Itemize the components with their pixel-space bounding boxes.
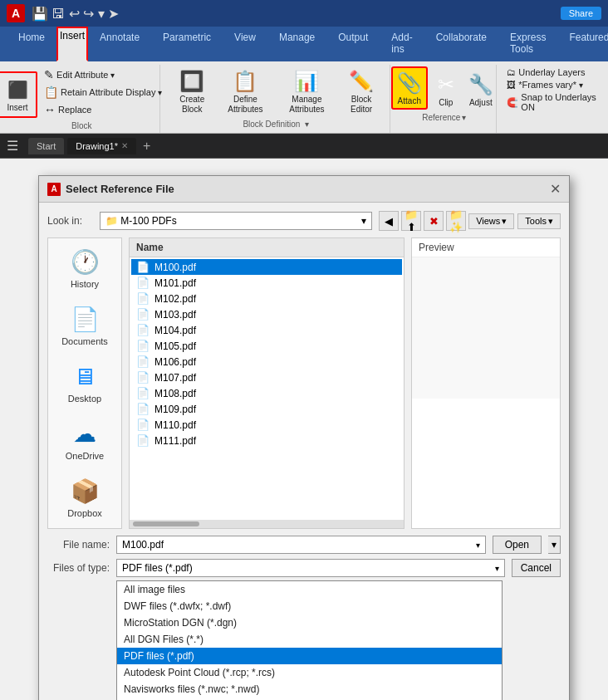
dialog-close-button[interactable]: ✕ (550, 181, 561, 197)
navigation-toolbar: ◀ 📁⬆ ✖ 📁✨ Views ▾ Tools ▾ (379, 211, 561, 231)
file-type-option[interactable]: Navisworks files (*.nwc; *.nwd) (117, 681, 502, 698)
select-reference-dialog: A Select Reference File ✕ Look in: 📁 M-1… (38, 175, 570, 700)
file-item[interactable]: 📄M100.pdf (131, 259, 402, 275)
documents-icon: 📄 (71, 306, 100, 333)
block-editor-icon: ✏️ (348, 68, 375, 95)
pdf-file-icon: 📄 (136, 277, 150, 289)
file-name-dropdown-arrow: ▾ (476, 541, 480, 550)
pdf-file-icon: 📄 (136, 387, 150, 399)
views-tools-area: Views ▾ Tools ▾ (468, 211, 561, 231)
history-label: History (71, 279, 99, 289)
dropbox-item[interactable]: 📦 Dropbox (51, 474, 118, 521)
file-name-input[interactable]: M100.pdf ▾ (116, 536, 486, 554)
file-type-option[interactable]: All image files (117, 581, 502, 598)
open-button[interactable]: Open (493, 536, 542, 554)
insert-button[interactable]: ⬛ Insert (1, 75, 34, 115)
desktop-icon: 🖥 (73, 363, 96, 390)
new-folder-button[interactable]: 📁✨ (446, 211, 466, 231)
pdf-file-icon: 📄 (136, 308, 150, 321)
attach-button[interactable]: 📎 Attach (391, 66, 428, 110)
pdf-file-icon: 📄 (136, 371, 150, 384)
start-tab[interactable]: Start (28, 138, 64, 154)
file-item[interactable]: 📄M108.pdf (131, 385, 402, 401)
frames-vary-button[interactable]: 🖼 *Frames vary* ▾ (505, 79, 598, 91)
desktop-item[interactable]: 🖥 Desktop (51, 360, 118, 407)
drawing-tab-close[interactable]: ✕ (121, 141, 128, 150)
file-item[interactable]: 📄M103.pdf (131, 306, 402, 322)
views-button[interactable]: Views ▾ (468, 213, 514, 229)
file-item[interactable]: 📄M104.pdf (131, 322, 402, 338)
file-item[interactable]: 📄M101.pdf (131, 275, 402, 291)
tab-collaborate[interactable]: Collaborate (424, 27, 498, 61)
file-name-cell: M105.pdf (154, 340, 196, 352)
tab-express-tools[interactable]: Express Tools (498, 27, 557, 61)
tab-output[interactable]: Output (326, 27, 380, 61)
block-def-group-label[interactable]: Block Definition ▾ (243, 118, 309, 131)
back-button[interactable]: ◀ (379, 211, 399, 231)
edit-attribute-dropdown[interactable]: ▾ (110, 71, 115, 80)
onedrive-item[interactable]: ☁ OneDrive (51, 417, 118, 464)
files-type-select[interactable]: PDF files (*.pdf) ▾ (116, 559, 505, 577)
look-in-value: 📁 M-100 PDFs (105, 215, 177, 227)
files-type-value: PDF files (*.pdf) (122, 562, 193, 574)
file-type-option[interactable]: Autodesk Point Cloud (*.rcp; *.rcs) (117, 664, 502, 681)
tab-parametric[interactable]: Parametric (151, 27, 223, 61)
documents-item[interactable]: 📄 Documents (51, 302, 118, 350)
tab-featured[interactable]: Featured (557, 27, 608, 61)
manage-attributes-button[interactable]: 📊 Manage Attributes (276, 66, 338, 116)
file-item[interactable]: 📄M106.pdf (131, 354, 402, 370)
drawing-tab[interactable]: Drawing1* ✕ (67, 138, 136, 154)
file-item[interactable]: 📄M102.pdf (131, 291, 402, 306)
pdf-file-icon: 📄 (136, 340, 150, 352)
file-type-option[interactable]: MicroStation DGN (*.dgn) (117, 614, 502, 631)
hamburger-menu[interactable]: ☰ (7, 138, 18, 154)
file-name-value: M100.pdf (122, 539, 164, 551)
delete-button[interactable]: ✖ (424, 211, 444, 231)
dialog-title-bar: A Select Reference File ✕ (39, 176, 569, 203)
tab-addins[interactable]: Add-ins (380, 27, 424, 61)
tools-label: Tools (525, 216, 547, 226)
file-item[interactable]: 📄M107.pdf (131, 370, 402, 385)
define-attributes-button[interactable]: 📋 Define Attributes (217, 66, 274, 116)
clip-button[interactable]: ✂ Clip (429, 70, 463, 110)
frames-dropdown[interactable]: ▾ (579, 81, 583, 90)
dropbox-label: Dropbox (67, 508, 102, 518)
replace-button[interactable]: ↔ Replace (41, 101, 165, 118)
file-type-option[interactable]: All DGN Files (*.*) (117, 631, 502, 648)
reference-label-text: Reference (422, 113, 460, 122)
new-tab-button[interactable]: + (143, 139, 150, 154)
retain-attribute-button[interactable]: 📋 Retain Attribute Display ▾ (41, 84, 165, 100)
block-editor-button[interactable]: ✏️ Block Editor (340, 66, 383, 116)
tab-manage[interactable]: Manage (267, 27, 326, 61)
file-item[interactable]: 📄M109.pdf (131, 401, 402, 417)
share-button[interactable]: Share (561, 7, 601, 20)
file-item[interactable]: 📄M110.pdf (131, 417, 402, 433)
scrollbar-thumb[interactable] (133, 521, 199, 526)
file-type-option[interactable]: PDF files (*.pdf) (117, 648, 502, 664)
file-item[interactable]: 📄M105.pdf (131, 338, 402, 354)
tools-dropdown-arrow: ▾ (548, 216, 553, 227)
documents-label: Documents (61, 336, 108, 346)
attach-icon: 📎 (396, 70, 423, 96)
look-in-select[interactable]: 📁 M-100 PDFs ▾ (100, 212, 372, 230)
horizontal-scrollbar[interactable] (130, 520, 404, 528)
dialog-app-icon: A (47, 183, 61, 196)
manage-attributes-label: Manage Attributes (279, 95, 335, 115)
open-dropdown-button[interactable]: ▾ (548, 536, 561, 554)
tab-view[interactable]: View (223, 27, 267, 61)
tab-insert[interactable]: Insert (56, 27, 88, 61)
file-item[interactable]: 📄M111.pdf (131, 433, 402, 448)
tools-button[interactable]: Tools ▾ (517, 213, 561, 229)
create-block-button[interactable]: 🔲 Create Block (169, 66, 215, 116)
file-type-option[interactable]: DWF files (*.dwfx; *.dwf) (117, 598, 502, 614)
snap-to-underlays-button[interactable]: 🧲 Snap to Underlays ON (505, 91, 598, 113)
adjust-button[interactable]: 🔧 Adjust (464, 70, 498, 110)
tab-annotate[interactable]: Annotate (88, 27, 151, 61)
history-item[interactable]: 🕐 History (51, 245, 118, 292)
cancel-button[interactable]: Cancel (512, 559, 561, 577)
up-folder-button[interactable]: 📁⬆ (401, 211, 421, 231)
tab-home[interactable]: Home (7, 27, 56, 61)
edit-attribute-button[interactable]: ✎ Edit Attribute ▾ (41, 66, 165, 83)
underlay-layers-button[interactable]: 🗂 Underlay Layers (505, 66, 598, 78)
reference-group-label[interactable]: Reference ▾ (422, 111, 466, 125)
